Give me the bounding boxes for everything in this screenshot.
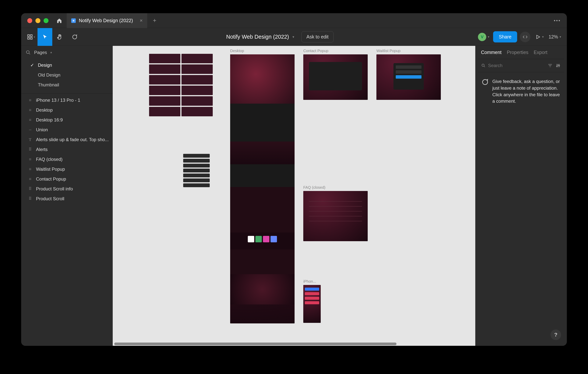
layer-name: iPhone 13 / 13 Pro - 1 [36,97,80,103]
page-item-old-design[interactable]: ✓ Old Design [21,70,113,80]
layer-alerts-text[interactable]: Alerts slide up & fade out. Top sho... [21,135,113,145]
filter-button[interactable] [547,62,553,69]
share-button[interactable]: Share [493,31,517,43]
app-window: Notify Web Design (2022) × + ••• ▾ Notif… [21,13,567,346]
more-menu-button[interactable]: ••• [554,18,561,23]
page-item-design[interactable]: ✓ Design [21,60,113,70]
present-button[interactable]: ▾ [533,34,546,40]
canvas-frame-desktop[interactable] [230,54,294,323]
svg-rect-4 [30,37,32,39]
group-icon [28,186,32,191]
comment-search [478,59,564,72]
layer-desktop-16-9[interactable]: Desktop 16:9 [21,115,113,125]
figma-file-icon [71,18,76,23]
zoom-menu[interactable]: 12% ▾ [549,34,564,40]
frame-label-waitlist-popup[interactable]: Waitlist Popup [376,49,400,53]
tab-title: Notify Web Design (2022) [79,18,133,23]
left-panel: Pages ▾ ✓ Design ✓ Old Design ✓ Thumbnai… [21,46,113,346]
layer-name: Contact Popup [36,176,66,182]
canvas-frame-iphone[interactable] [303,285,321,323]
traffic-lights [21,18,49,23]
user-menu[interactable]: V ▾ [478,33,490,41]
frame-icon [28,157,32,162]
settings-button[interactable] [556,62,561,69]
page-item-thumbnail[interactable]: ✓ Thumbnail [21,80,113,90]
layer-union[interactable]: Union [21,125,113,135]
avatar: V [478,33,486,41]
layer-name: Waitlist Popup [36,167,65,172]
scrollbar-thumb[interactable] [114,342,397,345]
layer-name: Product Scroll info [36,186,73,192]
comment-search-input[interactable] [488,63,545,68]
layer-list: iPhone 13 / 13 Pro - 1 Desktop Desktop 1… [21,93,113,204]
layer-product-scroll-info[interactable]: Product Scroll info [21,184,113,194]
tab-comment[interactable]: Comment [481,50,501,55]
comment-hint-text: Give feedback, ask a question, or just l… [492,78,561,105]
union-icon [28,127,32,132]
move-tool-button[interactable] [38,28,52,46]
canvas-group-alerts[interactable] [183,154,210,187]
chevron-up-icon: ▾ [50,51,52,54]
page-name: Thumbnail [38,82,59,87]
new-tab-button[interactable]: + [147,17,162,24]
pages-header[interactable]: Pages ▾ [21,46,113,59]
tab-export[interactable]: Export [534,50,547,55]
canvas-group-product-scroll[interactable] [149,53,213,120]
frame-label-desktop[interactable]: Desktop [230,49,244,53]
home-button[interactable] [52,13,67,28]
comment-empty-state: Give feedback, ask a question, or just l… [475,75,567,108]
tab-close-button[interactable]: × [140,18,143,23]
frame-icon [28,167,32,172]
maximize-window-button[interactable] [43,18,49,23]
chevron-down-icon[interactable]: ▾ [293,35,294,39]
frame-label-contact-popup[interactable]: Contact Popup [303,49,328,53]
svg-rect-2 [30,35,32,36]
home-icon [56,18,62,23]
canvas-frame-contact-popup[interactable] [303,54,368,100]
page-name: Old Design [38,72,60,78]
page-name: Design [38,63,52,68]
frame-label-iphone[interactable]: iPhon... [303,279,316,284]
layer-waitlist-popup[interactable]: Waitlist Popup [21,164,113,174]
group-icon [28,196,32,201]
toolbar-right: V ▾ Share ▾ 12% ▾ [478,31,564,43]
file-title[interactable]: Notify Web Design (2022) [226,34,289,40]
check-icon: ✓ [30,63,35,68]
right-panel-tabs: Comment Properties Export [475,46,567,59]
hand-tool-button[interactable] [52,28,67,46]
layer-product-scroll[interactable]: Product Scroll [21,194,113,204]
layer-faq-closed[interactable]: FAQ (closed) [21,154,113,164]
canvas-frame-waitlist-popup[interactable] [376,54,441,100]
chevron-down-icon: ▾ [560,35,561,39]
layer-alerts[interactable]: Alerts [21,145,113,154]
tab-properties[interactable]: Properties [507,50,528,55]
titlebar: Notify Web Design (2022) × + ••• [21,13,567,28]
canvas-viewport[interactable]: Desktop Contact Popup Waitlis [113,46,475,346]
canvas[interactable]: Desktop Contact Popup Waitlis [113,46,475,346]
layer-desktop[interactable]: Desktop [21,105,113,115]
pages-label: Pages [34,50,47,55]
layer-iphone13[interactable]: iPhone 13 / 13 Pro - 1 [21,95,113,105]
main-menu-button[interactable]: ▾ [24,28,38,46]
hand-icon [57,34,63,40]
svg-point-6 [482,64,484,66]
layer-contact-popup[interactable]: Contact Popup [21,174,113,184]
layer-name: Product Scroll [36,196,64,201]
canvas-frame-faq-closed[interactable] [303,191,368,241]
help-button[interactable]: ? [550,330,561,340]
page-list: ✓ Design ✓ Old Design ✓ Thumbnail [21,59,113,93]
layer-name: Desktop 16:9 [36,117,63,123]
minimize-window-button[interactable] [35,18,40,23]
frame-icon [28,118,32,122]
layer-name: Union [36,127,48,132]
ask-to-edit-button[interactable]: Ask to edit [301,31,334,43]
svg-point-8 [558,65,558,65]
file-tab[interactable]: Notify Web Design (2022) × [67,13,147,28]
horizontal-scrollbar[interactable] [113,342,475,346]
close-window-button[interactable] [27,18,32,23]
comment-tool-button[interactable] [67,28,82,46]
dev-mode-button[interactable] [520,32,530,42]
zoom-value: 12% [549,34,558,40]
svg-point-7 [556,66,557,67]
frame-label-faq-closed[interactable]: FAQ (closed) [303,185,326,190]
